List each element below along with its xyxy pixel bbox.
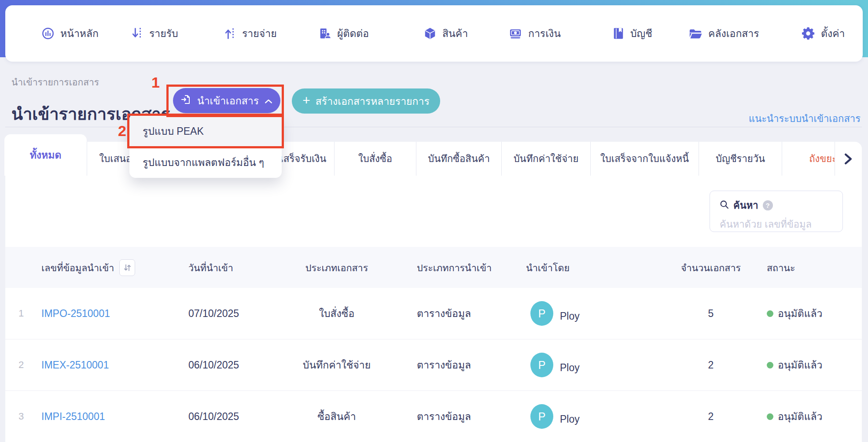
expense-icon	[224, 27, 236, 40]
import-document-icon	[181, 94, 191, 107]
help-badge-icon[interactable]: ?	[763, 200, 773, 210]
search-label: ค้นหา	[733, 198, 758, 213]
tab-8[interactable]: ใบเสร็จจากใบแจ้งหนี้	[590, 142, 699, 176]
create-multiple-documents-button[interactable]: + สร้างเอกสารหลายรายการ	[292, 88, 440, 114]
table-row: 2 IMEX-2510001 06/10/2025 บันทึกค่าใช้จ่…	[5, 339, 862, 391]
document-count: 2	[660, 359, 761, 371]
breadcrumb: นำเข้ารายการเอกสาร	[11, 75, 99, 89]
ledger-icon	[612, 27, 625, 40]
nav-item-8[interactable]: คลังเอกสาร	[688, 5, 759, 62]
tab-10[interactable]: ถังขยะ	[782, 142, 835, 176]
import-date: 06/10/2025	[188, 411, 291, 423]
sort-icon[interactable]	[119, 259, 135, 276]
import-type: ตารางข้อมูล	[383, 409, 526, 424]
search-placeholder: ค้นหาด้วย เลขที่ข้อมูล	[720, 217, 842, 232]
plus-icon: +	[302, 93, 310, 108]
import-date: 07/10/2025	[188, 308, 291, 320]
status-label: อนุมัติแล้ว	[778, 409, 822, 424]
row-index: 3	[5, 411, 41, 422]
nav-item-label: หน้าหลัก	[60, 26, 99, 41]
nav-item-2[interactable]: รายรับ	[131, 5, 178, 62]
main-navbar: หน้าหลักรายรับรายจ่ายผู้ติดต่อสินค้าการเ…	[5, 5, 863, 62]
row-index: 1	[5, 308, 41, 319]
nav-item-label: ผู้ติดต่อ	[337, 26, 369, 41]
nav-item-9[interactable]: ตั้งค่า	[802, 5, 845, 62]
column-header-label: นำเข้าโดย	[526, 263, 570, 273]
nav-item-label: รายรับ	[149, 26, 178, 41]
table-header-row: เลขที่ข้อมูลนำเข้าวันที่นำเข้าประเภทเอกส…	[5, 247, 862, 288]
nav-item-label: สินค้า	[442, 26, 468, 41]
nav-item-7[interactable]: บัญชี	[612, 5, 652, 62]
document-type: ใบสั่งซื้อ	[291, 306, 383, 321]
status-dot-icon	[767, 362, 773, 368]
table-card: ค้นหา ? ค้นหาด้วย เลขที่ข้อมูล เลขที่ข้อ…	[5, 175, 862, 442]
import-type: ตารางข้อมูล	[383, 357, 526, 373]
document-count: 5	[660, 308, 761, 320]
tab-5[interactable]: ใบสั่งซื้อ	[334, 142, 416, 176]
imported-by-name: Ploy	[560, 413, 580, 425]
search-icon	[720, 200, 729, 211]
tab-all-label: ทั้งหมด	[30, 147, 62, 163]
table-header-cell: เลขที่ข้อมูลนำเข้า	[41, 259, 188, 276]
annotation-step-1: 1	[151, 74, 160, 91]
folder-icon	[688, 27, 702, 40]
table-row: 3 IMPI-2510001 06/10/2025 ซื้อสินค้า ตาร…	[5, 391, 862, 442]
dropdown-item-2[interactable]: รูปแบบจากแพลตฟอร์มอื่น ๆ	[129, 147, 282, 178]
dashboard-icon	[41, 27, 55, 40]
nav-item-label: คลังเอกสาร	[708, 26, 759, 41]
nav-item-5[interactable]: สินค้า	[423, 5, 468, 62]
contacts-icon	[318, 27, 331, 40]
document-type: บันทึกค่าใช้จ่าย	[291, 357, 383, 373]
import-dropdown-menu: รูปแบบ PEAKรูปแบบจากแพลตฟอร์มอื่น ๆ	[129, 115, 282, 178]
table-header-cell: สถานะ	[761, 260, 862, 275]
tab-label: บัญชีรายวัน	[716, 151, 765, 166]
column-header-label: ประเภทการนำเข้า	[417, 263, 492, 273]
avatar: P	[530, 301, 553, 326]
column-header-label: เลขที่ข้อมูลนำเข้า	[41, 260, 114, 275]
import-number-link[interactable]: IMPI-2510001	[41, 411, 105, 423]
tab-all[interactable]: ทั้งหมด	[4, 134, 87, 176]
nav-item-3[interactable]: รายจ่าย	[224, 5, 277, 62]
tab-label: บันทึกซื้อสินค้า	[428, 151, 490, 166]
table-body: 1 IMPO-2510001 07/10/2025 ใบสั่งซื้อ ตาร…	[5, 288, 862, 442]
tab-9[interactable]: บัญชีรายวัน	[699, 142, 782, 176]
nav-item-1[interactable]: หน้าหลัก	[41, 5, 99, 62]
create-multiple-documents-label: สร้างเอกสารหลายรายการ	[316, 93, 430, 109]
chevron-right-icon	[843, 153, 853, 165]
import-date: 06/10/2025	[188, 359, 291, 371]
import-document-label: นำเข้าเอกสาร	[197, 93, 259, 109]
nav-item-label: การเงิน	[528, 26, 561, 41]
annotation-step-2: 2	[118, 122, 126, 140]
nav-item-4[interactable]: ผู้ติดต่อ	[318, 5, 369, 62]
column-header-label: สถานะ	[767, 260, 795, 275]
table-row: 1 IMPO-2510001 07/10/2025 ใบสั่งซื้อ ตาร…	[5, 288, 862, 339]
import-type: ตารางข้อมูล	[383, 306, 526, 321]
status-dot-icon	[767, 310, 773, 317]
nav-item-label: ตั้งค่า	[821, 26, 845, 41]
nav-item-label: บัญชี	[630, 26, 652, 41]
tab-6[interactable]: บันทึกซื้อสินค้า	[416, 142, 501, 176]
import-document-button[interactable]: นำเข้าเอกสาร	[173, 88, 280, 113]
import-guide-link[interactable]: แนะนำระบบนำเข้าเอกสาร	[749, 111, 861, 126]
search-input[interactable]: ค้นหา ? ค้นหาด้วย เลขที่ข้อมูล	[710, 191, 843, 232]
import-number-link[interactable]: IMPO-2510001	[41, 308, 110, 320]
finance-icon	[508, 27, 522, 40]
import-number-link[interactable]: IMEX-2510001	[41, 359, 109, 371]
status-label: อนุมัติแล้ว	[778, 357, 822, 373]
tab-label: ใบสั่งซื้อ	[358, 151, 392, 166]
tab-label: ถังขยะ	[809, 151, 835, 166]
tabs-scroll-right-button[interactable]	[835, 142, 861, 176]
tab-7[interactable]: บันทึกค่าใช้จ่าย	[501, 142, 590, 176]
table-header-cell: นำเข้าโดย	[526, 260, 660, 275]
tab-label: ใบเสร็จจากใบแจ้งหนี้	[600, 151, 689, 166]
nav-item-6[interactable]: การเงิน	[508, 5, 561, 62]
table-header-cell: วันที่นำเข้า	[188, 260, 291, 275]
document-count: 2	[660, 411, 761, 423]
column-header-label: ประเภทเอกสาร	[305, 263, 368, 273]
column-header-label: วันที่นำเข้า	[188, 263, 233, 273]
products-icon	[423, 27, 437, 40]
column-header-label: จำนวนเอกสาร	[681, 263, 741, 273]
dropdown-item-1[interactable]: รูปแบบ PEAK	[129, 115, 282, 147]
income-icon	[131, 27, 143, 40]
document-type: ซื้อสินค้า	[291, 409, 383, 424]
